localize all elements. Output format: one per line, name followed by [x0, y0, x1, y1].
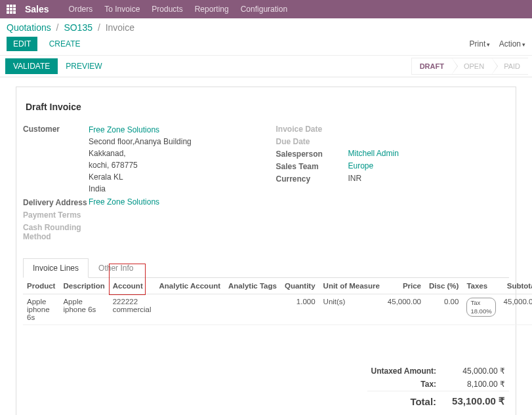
cell-analytic-tags: [224, 294, 281, 325]
label-cash-rounding: Cash Rounding Method: [23, 222, 89, 241]
tax-value: 8,100.00 ₹: [448, 378, 509, 391]
preview-button[interactable]: PREVIEW: [60, 58, 107, 74]
cell-description: Apple iphone 6s: [59, 294, 108, 325]
tax-badge: Tax 18.00%: [466, 298, 495, 317]
currency-value: INR: [348, 174, 510, 183]
form-sheet: Draft Invoice Customer Free Zone Solutio…: [16, 87, 516, 415]
tab-other-info[interactable]: Other Info: [89, 258, 143, 278]
col-quantity: Quantity: [281, 278, 319, 294]
page-title: Draft Invoice: [26, 102, 509, 112]
apps-icon[interactable]: [7, 5, 16, 14]
col-analytic-tags: Analytic Tags: [224, 278, 281, 294]
label-customer: Customer: [23, 124, 89, 134]
validate-button[interactable]: VALIDATE: [5, 58, 58, 74]
label-payment-terms: Payment Terms: [23, 210, 89, 220]
nav-configuration[interactable]: Configuration: [241, 5, 287, 14]
status-draft[interactable]: DRAFT: [411, 58, 452, 75]
brand: Sales: [25, 4, 49, 14]
action-menu[interactable]: Action▾: [499, 39, 525, 49]
col-product: Product: [23, 278, 59, 294]
table-row[interactable]: Apple iphone 6s Apple iphone 6s 222222 c…: [23, 294, 532, 325]
salesperson-link[interactable]: Mitchell Admin: [348, 149, 510, 158]
delivery-link[interactable]: Free Zone Solutions: [89, 197, 256, 207]
cell-account: 222222 commercial: [109, 294, 155, 325]
crumb-quotations[interactable]: Quotations: [7, 22, 51, 33]
label-invoice-date: Invoice Date: [276, 124, 348, 134]
cell-product: Apple iphone 6s: [23, 294, 59, 325]
customer-value: Free Zone Solutions Second floor,Ananya …: [89, 124, 256, 195]
total-value: 53,100.00 ₹: [448, 391, 509, 410]
nav-reporting[interactable]: Reporting: [195, 5, 229, 14]
total-label: Total:: [367, 391, 449, 410]
col-description: Description: [59, 278, 108, 294]
chevron-down-icon: ▾: [487, 41, 490, 48]
totals: Untaxed Amount:45,000.00 ₹ Tax:8,100.00 …: [23, 365, 509, 409]
label-currency: Currency: [276, 174, 348, 184]
cell-disc: 0.00: [425, 294, 462, 325]
tax-label: Tax:: [367, 378, 449, 391]
breadcrumb: Quotations / SO135 / Invoice: [7, 22, 134, 33]
create-button[interactable]: CREATE: [43, 37, 87, 51]
col-uom: Unit of Measure: [319, 278, 384, 294]
crumb-so[interactable]: SO135: [64, 22, 92, 33]
status-open[interactable]: OPEN: [452, 58, 492, 75]
edit-button[interactable]: EDIT: [7, 37, 37, 51]
cell-price: 45,000.00: [384, 294, 425, 325]
chevron-down-icon: ▾: [522, 41, 525, 48]
sales-team-link[interactable]: Europe: [348, 161, 510, 170]
crumb-current: Invoice: [106, 22, 134, 33]
col-taxes: Taxes: [462, 278, 499, 294]
status-bar: DRAFT OPEN PAID: [411, 56, 532, 77]
cell-uom: Unit(s): [319, 294, 384, 325]
customer-link[interactable]: Free Zone Solutions: [89, 124, 256, 136]
print-menu[interactable]: Print▾: [470, 39, 491, 49]
label-due-date: Due Date: [276, 136, 348, 146]
cell-qty: 1.000: [281, 294, 319, 325]
tab-bar: Invoice Lines Other Info: [23, 258, 509, 278]
col-account: Account: [109, 278, 155, 294]
tab-invoice-lines[interactable]: Invoice Lines: [23, 258, 89, 278]
label-delivery: Delivery Address: [23, 197, 89, 207]
invoice-lines-table: Product Description Account Analytic Acc…: [23, 278, 532, 325]
nav-orders[interactable]: Orders: [69, 5, 93, 14]
top-nav: Sales Orders To Invoice Products Reporti…: [0, 0, 532, 18]
label-salesperson: Salesperson: [276, 149, 348, 159]
col-analytic-account: Analytic Account: [155, 278, 225, 294]
cell-subtotal: 45,000.00 ₹: [500, 294, 532, 325]
cell-analytic-account: [155, 294, 225, 325]
cell-tax: Tax 18.00%: [462, 294, 499, 325]
untaxed-value: 45,000.00 ₹: [448, 365, 509, 378]
nav-to-invoice[interactable]: To Invoice: [104, 5, 140, 14]
untaxed-label: Untaxed Amount:: [367, 365, 449, 378]
label-sales-team: Sales Team: [276, 161, 348, 171]
col-price: Price: [384, 278, 425, 294]
col-subtotal: Subtotal: [500, 278, 532, 294]
col-disc: Disc (%): [425, 278, 462, 294]
nav-products[interactable]: Products: [152, 5, 182, 14]
